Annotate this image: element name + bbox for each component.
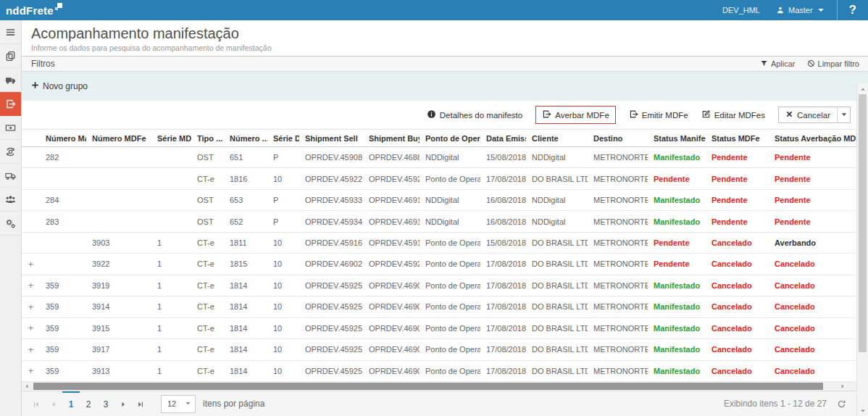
column-header-shipment-sell[interactable]: Shipment Sell: [299, 130, 363, 146]
scroll-down-button[interactable]: [857, 406, 868, 415]
logo-mark-small-icon: [55, 7, 58, 10]
horizontal-scrollbar-thumb[interactable]: [33, 383, 823, 390]
scroll-left-button[interactable]: [22, 382, 32, 391]
sidebar-item-currency-exchange[interactable]: [0, 140, 21, 164]
table-row[interactable]: +35939171CT-e181410OPRDEV.45925OPRDEV.46…: [22, 339, 856, 360]
page-subtitle: Informe os dados para pesquisa do acompa…: [31, 43, 868, 52]
table-row[interactable]: +35939141CT-e181410OPRDEV.45925OPRDEV.46…: [22, 296, 856, 317]
column-header-ponto-operacao[interactable]: Ponto de Operação: [420, 130, 480, 146]
column-header-numero-manifestacao[interactable]: Número Mani...: [40, 130, 86, 146]
averbar-mdfe-button[interactable]: Averbar MDFe: [535, 106, 616, 124]
cell-numero: 1814: [224, 275, 267, 296]
cell-serie-d: P: [267, 147, 299, 167]
cell-tipo: OST: [191, 190, 224, 210]
first-page-button[interactable]: [28, 391, 45, 416]
page-button-1[interactable]: 1: [62, 391, 80, 416]
cell-expand: +: [22, 296, 40, 317]
cell-serie-mdfe: [151, 190, 191, 210]
expand-row-button[interactable]: +: [28, 345, 34, 354]
editar-mdfes-button[interactable]: Editar MDFes: [701, 109, 765, 120]
column-header-destino[interactable]: Destino: [588, 130, 648, 146]
cell-shipment-sell: OPRDEV.45934: [299, 211, 363, 231]
cell-status-manifesto: Pendente: [648, 254, 706, 274]
cell-numero: 1814: [224, 339, 267, 359]
sidebar-item-users[interactable]: [0, 188, 21, 212]
expand-row-button[interactable]: +: [28, 259, 34, 269]
cell-numero-mdfe: 3917: [86, 339, 151, 359]
cell-shipment-buy: OPRDEV.45920: [363, 168, 420, 188]
column-header-status-averbacao-mdfe[interactable]: Status Averbação MDFe↑: [769, 130, 856, 146]
help-button[interactable]: ?: [837, 0, 861, 20]
cell-serie-d: 10: [267, 275, 299, 296]
vertical-scrollbar-thumb[interactable]: [859, 94, 867, 352]
cell-status-mdfe: Pendente: [706, 211, 769, 231]
expand-row-button[interactable]: +: [28, 366, 34, 375]
cell-cliente: DO BRASIL LTDA-GU...: [526, 361, 588, 381]
clear-filter-button[interactable]: Limpar filtro: [807, 59, 859, 69]
column-header-data-emissao[interactable]: Data Emissã...: [480, 130, 526, 146]
refresh-button[interactable]: [837, 399, 846, 409]
column-header-label: Tipo ...: [197, 134, 222, 143]
page-size-label: itens por página: [203, 399, 264, 409]
table-row[interactable]: 282OST651POPRDEV.45908OPRDEV.46884NDDigi…: [22, 147, 856, 168]
column-header-expand[interactable]: [22, 130, 40, 146]
cell-expand: +: [22, 254, 40, 274]
column-header-serie-d[interactable]: Série D...: [267, 130, 299, 146]
sidebar-item-delivery-truck[interactable]: [0, 164, 21, 188]
column-header-label: Série MDFe: [157, 134, 191, 143]
sidebar-item-menu[interactable]: [0, 20, 21, 44]
user-menu[interactable]: Master: [776, 6, 825, 14]
emitir-mdfe-button[interactable]: Emitir MDFe: [629, 109, 688, 120]
cell-numero-mdfe: 3922: [86, 254, 151, 274]
table-row[interactable]: +35939191CT-e181410OPRDEV.45925OPRDEV.46…: [22, 275, 856, 296]
table-row[interactable]: 284OST653POPRDEV.45933OPRDEV.46912NDDigi…: [22, 190, 856, 211]
table-body: 282OST651POPRDEV.45908OPRDEV.46884NDDigi…: [22, 147, 856, 382]
details-manifesto-button[interactable]: Detalhes do manifesto: [427, 109, 522, 120]
sidebar-item-documents[interactable]: [0, 44, 21, 68]
expand-row-button[interactable]: +: [28, 323, 34, 333]
cell-ponto-operacao: Ponto de Operação ...: [420, 318, 480, 338]
table-row[interactable]: +35939151CT-e181410OPRDEV.45925OPRDEV.46…: [22, 318, 856, 339]
cell-status-averbacao-mdfe: Pendente: [769, 147, 856, 167]
column-header-numero[interactable]: Número ...: [224, 130, 267, 146]
cancelar-dropdown-button[interactable]: [837, 107, 850, 122]
cell-shipment-buy: OPRDEV.45923: [363, 254, 420, 274]
sidebar-item-money[interactable]: [0, 116, 21, 140]
page-size-select[interactable]: 12: [161, 395, 196, 413]
next-page-button[interactable]: [114, 391, 132, 416]
new-group-button[interactable]: Novo grupo: [31, 81, 88, 91]
sidebar-item-manifest-export[interactable]: [0, 92, 21, 116]
column-header-status-mdfe[interactable]: Status MDFe: [706, 130, 769, 146]
cell-status-manifesto: Manifestado: [648, 211, 706, 231]
column-header-serie-mdfe[interactable]: Série MDFe: [151, 130, 191, 146]
column-header-label: Número ...: [230, 134, 267, 143]
cell-status-averbacao-mdfe: Cancelado: [769, 254, 856, 274]
page-button-3[interactable]: 3: [97, 391, 114, 416]
topbar-right: DEV_HML Master ?: [722, 0, 861, 20]
table-row[interactable]: CT-e181610OPRDEV.45922OPRDEV.45920Ponto …: [22, 168, 856, 189]
table-row[interactable]: 283OST652POPRDEV.45934OPRDEV.46914NDDigi…: [22, 211, 856, 232]
scroll-up-button[interactable]: [857, 84, 868, 93]
previous-page-button[interactable]: [45, 391, 62, 416]
apply-filter-button[interactable]: Aplicar: [760, 59, 796, 69]
scroll-right-button[interactable]: [838, 382, 848, 391]
column-header-shipment-buy[interactable]: Shipment Buy: [363, 130, 420, 146]
expand-row-button[interactable]: +: [28, 302, 34, 312]
table-row[interactable]: 39031CT-e181110OPRDEV.45916OPRDEV.45914P…: [22, 233, 856, 254]
column-header-tipo[interactable]: Tipo ...: [191, 130, 224, 146]
table-row[interactable]: +39221CT-e181510OPRDEV.46902OPRDEV.45923…: [22, 254, 856, 275]
cell-status-mdfe: Cancelado: [706, 275, 769, 296]
cell-shipment-sell: OPRDEV.45925: [299, 339, 363, 359]
column-header-numero-mdfe[interactable]: Número MDFe: [86, 130, 151, 146]
column-header-cliente[interactable]: Cliente: [526, 130, 588, 146]
page-button-2[interactable]: 2: [80, 391, 97, 416]
sidebar-item-truck[interactable]: [0, 68, 21, 92]
expand-row-button[interactable]: +: [28, 280, 34, 290]
cell-status-averbacao-mdfe: Cancelado: [769, 275, 856, 296]
last-page-button[interactable]: [132, 391, 149, 416]
cancelar-button[interactable]: Cancelar: [779, 107, 837, 122]
cell-ponto-operacao: Ponto de Operação ...: [420, 275, 480, 296]
column-header-status-manifesto[interactable]: Status Manifesto: [648, 130, 706, 146]
table-row[interactable]: +35939131CT-e181410OPRDEV.45925OPRDEV.46…: [22, 361, 856, 382]
sidebar-item-settings[interactable]: [0, 212, 21, 236]
